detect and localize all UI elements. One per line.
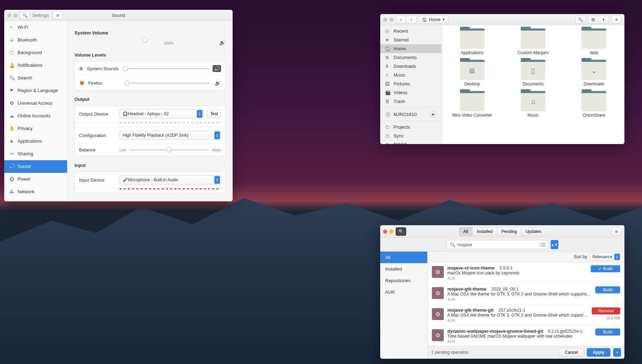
view-grid-button[interactable]: ⊞ [588,15,598,24]
sidebar-item-background[interactable]: ▢Background [4,46,67,59]
clear-icon[interactable]: ⌫ [539,242,545,247]
eject-icon[interactable]: ⏏ [429,111,436,118]
folder-applications[interactable]: Applications [449,30,495,55]
sidebar-item-bluetooth[interactable]: 🕭Bluetooth [4,34,67,46]
app-volume-slider[interactable] [125,83,210,84]
files-titlebar[interactable]: ‹ › 🏠 Home ▼ 🔍 ⊞ ▼ ≡ [380,14,624,25]
sidebar-item-label: DOCO [394,142,407,144]
package-row[interactable]: ⚙ dynamic-wallpaper-mojave-gnome-timed-g… [428,326,624,346]
menu-icon[interactable]: ≡ [611,15,622,24]
sidebar-item-privacy[interactable]: ✋Privacy [4,122,67,135]
menu-icon[interactable]: ≡ [52,11,63,20]
search-input[interactable]: 🔍 mojave ⌫ [447,240,549,249]
sort-select[interactable]: Relevance ▲▼ [589,253,621,261]
search-icon[interactable]: 🔍 [20,11,30,20]
minimize-icon[interactable] [389,229,394,234]
sidebar-item-aur[interactable]: AUR [380,286,427,298]
clock-icon: ◷ [385,28,390,34]
sidebar-item-label: Notifications [18,63,43,68]
breadcrumb-home[interactable]: 🏠 Home ▼ [419,15,448,24]
build-button[interactable]: ✓ Build [591,265,620,272]
sidebar-item-universal-access[interactable]: ✪Universal Access [4,97,67,110]
search-go-button[interactable]: ▲▼ [551,240,558,249]
configuration-select[interactable]: High Fidelity Playback (A2DP Sink) ▲▼ [119,131,221,140]
close-icon[interactable] [383,18,387,22]
cancel-button[interactable]: Cancel [559,348,584,357]
folder-miro-video-converter[interactable]: Miro Video Converter [449,92,495,118]
sidebar-item-sound[interactable]: 🔊Sound [4,160,67,173]
app-volume-slider[interactable] [124,68,209,69]
sidebar-item-applications[interactable]: ◈Applications [4,135,67,148]
sidebar-item-home[interactable]: 🏠Home [380,44,441,53]
tab-all[interactable]: All [459,227,473,236]
sidebar-item-videos[interactable]: 🎬Videos [380,88,441,97]
speaker-icon[interactable]: 🔊 [219,39,226,46]
folder-icon: 🗀 [385,133,390,138]
apply-button[interactable]: Apply [587,348,610,357]
input-device-select[interactable]: 🎤 Microphone - Built-in Audio ▲▼ [119,175,221,184]
sidebar-item-network[interactable]: 🖧Network [4,186,67,198]
tab-pending[interactable]: Pending [497,227,521,236]
search-icon[interactable]: 🔍 [575,15,586,24]
folder-downloads[interactable]: ⌄Downloads [571,61,617,86]
details-button[interactable]: › [613,348,621,357]
package-row[interactable]: ⚙ mojave-gtk-theme2019_09_09-1 A Mac OSX… [428,284,624,305]
close-icon[interactable] [7,13,11,18]
folder-documents[interactable]: ▯Documents [510,61,556,86]
minimize-icon[interactable] [13,13,18,18]
tab-updates[interactable]: Updates [521,227,546,236]
sidebar-item-power[interactable]: ⏻Power [4,173,67,186]
sidebar-item-sharing[interactable]: ↪Sharing [4,148,67,160]
balance-slider[interactable] [129,149,208,150]
sidebar-item-sync[interactable]: 🗀Sync [380,131,441,140]
sidebar-item-starred[interactable]: ★Starred [380,35,441,44]
remove-button[interactable]: Remove [592,307,620,314]
folder-music[interactable]: ♫Music [510,92,556,118]
sidebar-item-region-language[interactable]: ⚑Region & Language [4,84,67,97]
tab-installed[interactable]: Installed [473,227,497,236]
folder-custom-manjaro[interactable]: Custom-Manjaro [510,30,556,55]
sidebar-item-recent[interactable]: ◷Recent [380,27,441,35]
sidebar-item-documents[interactable]: 🗎Documents [380,53,441,62]
sidebar-item-mjro1810[interactable]: 💿MJRO1810⏏ [380,109,441,119]
close-icon[interactable] [383,229,387,234]
search-toggle-button[interactable]: 🔍 [396,227,406,236]
view-options-button[interactable]: ▼ [598,15,609,24]
menu-icon[interactable]: ≡ [611,227,622,236]
volume-levels-heading: Volume Levels [74,52,226,58]
sidebar-item-downloads[interactable]: ⬇Downloads [380,62,441,71]
pkg-titlebar[interactable]: 🔍 AllInstalledPendingUpdates ≡ [380,225,624,238]
bg-icon: ▢ [9,50,14,55]
sidebar-item-trash[interactable]: 🗑Trash [380,97,441,106]
speaker-icon[interactable]: 🔊 [214,79,221,86]
package-row[interactable]: ⚙ mojave-gtk-theme-git257.a3cfe21-1 A Ma… [428,305,624,326]
output-device-select[interactable]: 🎧 Headset - Aptoyu - 02 ▲▼ [119,109,203,118]
sidebar-item-installed[interactable]: Installed [380,263,427,275]
sidebar-item-wi-fi[interactable]: ᯤWi-Fi [4,21,67,34]
sidebar-item-notifications[interactable]: 🔔Notifications [4,59,67,72]
folder-label: Documents [523,82,544,86]
build-button[interactable]: Build [595,329,620,336]
sidebar-item-search[interactable]: 🔍Search [4,72,67,84]
folder-desktop[interactable]: ⊞Desktop [449,61,495,86]
sidebar-item-doco[interactable]: 🗀DOCO [380,140,441,144]
folder-onionshare[interactable]: OnionShare [571,92,617,118]
test-button[interactable]: Test [207,110,221,118]
build-button[interactable]: Build [595,286,620,293]
sidebar-item-online-accounts[interactable]: ☁Online Accounts [4,110,67,122]
sidebar-item-all[interactable]: All [380,252,427,263]
speaker-icon[interactable]: 🔊 [213,65,221,72]
settings-titlebar[interactable]: 🔍 Settings ≡ Sound [4,10,233,21]
folder-data[interactable]: data [571,30,617,55]
nav-forward-button[interactable]: › [406,15,417,24]
package-icon: ⚙ [432,308,444,320]
nav-back-button[interactable]: ‹ [396,15,406,24]
sidebar-item-projects[interactable]: 🗀Projects [380,123,441,131]
bt-icon: 🕭 [9,37,14,43]
sidebar-item-music[interactable]: ♫Music [380,71,441,79]
package-row[interactable]: ⚙ mojave-ct-icon-theme0.9.9-1 macOs Moja… [428,262,624,284]
sort-label: Sort by [574,254,587,259]
sidebar-item-repositories[interactable]: Repositories [380,275,427,286]
sidebar-item-pictures[interactable]: 🖼Pictures [380,79,441,88]
minimize-icon[interactable] [389,18,394,22]
